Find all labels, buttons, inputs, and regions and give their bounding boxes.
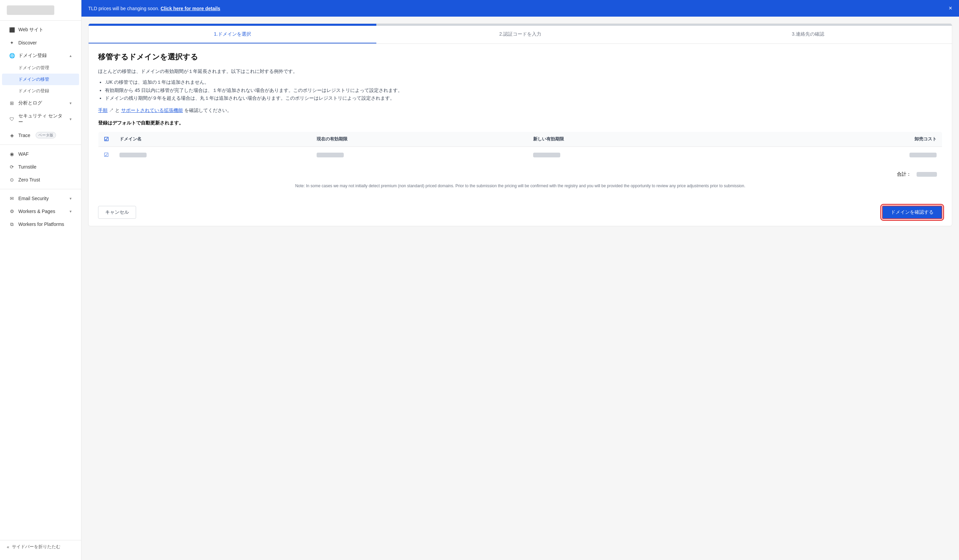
- current-expiry-value: [317, 153, 344, 158]
- links-text: 手順 ↗ と サポートされている拡張機能 を確認してください。: [98, 107, 942, 115]
- sidebar-divider-2: [0, 189, 81, 189]
- table-header-current-expiry: 現在の有効期限: [311, 132, 528, 146]
- info-text: ほとんどの移管は、ドメインの有効期間が１年延長されます。以下はこれに対する例外で…: [98, 67, 942, 76]
- sidebar-item-turnstile[interactable]: ⟳ Turnstile: [2, 161, 79, 173]
- sidebar-item-websites[interactable]: ⬛ Web サイト: [2, 24, 79, 36]
- shield-icon: 🛡: [9, 116, 15, 122]
- domain-value: [119, 153, 147, 158]
- collapse-icon: «: [7, 544, 9, 549]
- total-value: [917, 172, 937, 177]
- bar-chart-icon: ⊞: [9, 100, 15, 106]
- step-2: 2.認証コードを入力: [376, 26, 664, 43]
- card-body: 移管するドメインを選択する ほとんどの移管は、ドメインの有効期間が１年延長されま…: [89, 44, 952, 200]
- firewall-icon: ◉: [9, 151, 15, 157]
- chevron-down-icon: ▼: [69, 210, 72, 213]
- auto-renew-text: 登録はデフォルトで自動更新されます。: [98, 120, 942, 126]
- sidebar-item-label: Workers & Pages: [18, 208, 55, 214]
- sidebar-sub-item-label: ドメインの移管: [18, 76, 49, 83]
- page-title: 移管するドメインを選択する: [98, 52, 942, 62]
- sidebar-item-label: Web サイト: [18, 27, 43, 33]
- new-expiry-value: [533, 153, 560, 158]
- total-row: 合計：: [98, 169, 942, 183]
- sidebar: ⬛ Web サイト ✦ Discover 🌐 ドメイン登録 ▲ ドメインの管理 …: [0, 0, 81, 560]
- sidebar-sub-item-domain-management[interactable]: ドメインの管理: [2, 62, 79, 73]
- sidebar-item-workers-pages[interactable]: ⚙ Workers & Pages ▼: [2, 205, 79, 218]
- sidebar-item-label: ドメイン登録: [18, 52, 47, 59]
- sidebar-sub-item-label: ドメインの登録: [18, 88, 49, 94]
- domain-transfer-card: 1.ドメインを選択 2.認証コードを入力 3.連絡先の確認 移管するドメインを選…: [88, 24, 952, 226]
- sidebar-item-label: セキュリティ センター: [18, 113, 65, 125]
- sidebar-item-email-security[interactable]: ✉ Email Security ▼: [2, 192, 79, 205]
- monitor-icon: ⬛: [9, 27, 15, 33]
- main-content: TLD prices will be changing soon. Click …: [81, 0, 959, 560]
- cost-value: [910, 153, 937, 158]
- info-bullet-1: .UK の移管では、追加の１年は追加されません。: [105, 78, 942, 86]
- sidebar-item-label: 分析とログ: [18, 100, 42, 106]
- info-list: .UK の移管では、追加の１年は追加されません。 有効期限から 45 日以内に移…: [98, 78, 942, 102]
- sidebar-item-label: Discover: [18, 40, 37, 45]
- mail-icon: ✉: [9, 196, 15, 202]
- wizard-steps: 1.ドメインを選択 2.認証コードを入力 3.連絡先の確認: [89, 26, 952, 44]
- sidebar-sub-item-domain-register[interactable]: ドメインの登録: [2, 85, 79, 97]
- layers-icon: ⧉: [9, 221, 15, 227]
- info-bullet-2: 有効期限から 45 日以内に移管が完了した場合は、１年が追加されない場合がありま…: [105, 86, 942, 95]
- step-3: 3.連絡先の確認: [664, 26, 952, 43]
- sidebar-item-label: Turnstile: [18, 164, 36, 170]
- tld-price-banner: TLD prices will be changing soon. Click …: [81, 0, 959, 17]
- row-domain: [114, 146, 311, 163]
- sidebar-item-security-center[interactable]: 🛡 セキュリティ センター ▼: [2, 110, 79, 129]
- chevron-down-icon: ▼: [69, 102, 72, 105]
- sidebar-item-workers-platforms[interactable]: ⧉ Workers for Platforms: [2, 218, 79, 231]
- extensions-link[interactable]: サポートされている拡張機能: [121, 108, 183, 113]
- sidebar-item-label: Workers for Platforms: [18, 221, 64, 227]
- sidebar-sub-item-domain-transfer[interactable]: ドメインの移管: [2, 73, 79, 85]
- compass-icon: ✦: [9, 40, 15, 46]
- row-checkbox[interactable]: ☑: [99, 146, 115, 163]
- card-footer: キャンセル ドメインを確認する: [89, 200, 952, 219]
- sidebar-item-zero-trust[interactable]: ⊙ Zero Trust: [2, 173, 79, 186]
- step-1: 1.ドメインを選択: [89, 26, 376, 43]
- cancel-button[interactable]: キャンセル: [98, 206, 136, 219]
- sidebar-item-discover[interactable]: ✦ Discover: [2, 36, 79, 49]
- activity-icon: ◈: [9, 132, 15, 138]
- total-label: 合計：: [897, 171, 911, 177]
- row-check-icon[interactable]: ☑: [104, 152, 108, 158]
- confirm-domain-button[interactable]: ドメインを確認する: [882, 205, 942, 219]
- table-header-domain: ドメイン名: [114, 132, 311, 146]
- banner-close-button[interactable]: ×: [948, 5, 952, 12]
- banner-link[interactable]: Click here for more details: [161, 6, 220, 11]
- chevron-up-icon: ▲: [69, 54, 72, 58]
- row-cost: [744, 146, 942, 163]
- row-new-expiry: [528, 146, 744, 163]
- note-text: Note: In some cases we may not initially…: [98, 183, 942, 189]
- domain-table: ☑ ドメイン名 現在の有効期限 新しい有効期限 卸売コスト ☑: [98, 132, 942, 163]
- code-icon: ⚙: [9, 208, 15, 214]
- turnstile-icon: ⟳: [9, 164, 15, 170]
- table-header-checkbox: ☑: [99, 132, 115, 146]
- sidebar-item-domain-registration[interactable]: 🌐 ドメイン登録 ▲: [2, 49, 79, 62]
- logo-placeholder: [7, 5, 54, 15]
- steps-link[interactable]: 手順: [98, 108, 108, 113]
- lock-icon: ⊙: [9, 177, 15, 183]
- sidebar-collapse-button[interactable]: « サイドバーを折りたたむ: [0, 540, 81, 553]
- sidebar-item-waf[interactable]: ◉ WAF: [2, 148, 79, 161]
- checkbox-header[interactable]: ☑: [104, 136, 108, 142]
- collapse-label: サイドバーを折りたたむ: [12, 544, 61, 550]
- table-row: ☑: [99, 146, 942, 163]
- table-header-new-expiry: 新しい有効期限: [528, 132, 744, 146]
- chevron-down-icon: ▼: [69, 117, 72, 121]
- sidebar-logo: [0, 0, 81, 21]
- sidebar-item-analytics[interactable]: ⊞ 分析とログ ▼: [2, 97, 79, 110]
- globe-icon: 🌐: [9, 52, 15, 59]
- chevron-down-icon: ▼: [69, 197, 72, 200]
- sidebar-item-trace[interactable]: ◈ Trace ベータ版: [2, 129, 79, 142]
- sidebar-sub-item-label: ドメインの管理: [18, 65, 49, 71]
- page-content: 1.ドメインを選択 2.認証コードを入力 3.連絡先の確認 移管するドメインを選…: [81, 17, 959, 560]
- sidebar-item-label: Zero Trust: [18, 177, 40, 183]
- sidebar-item-label: Trace: [18, 133, 30, 138]
- trace-badge: ベータ版: [36, 132, 56, 138]
- sidebar-item-label: Email Security: [18, 196, 49, 201]
- external-icon: ↗: [109, 108, 114, 113]
- table-header-cost: 卸売コスト: [744, 132, 942, 146]
- info-bullet-3: ドメインの残り期間が９年を超える場合は、丸１年は追加されない場合があります。この…: [105, 94, 942, 102]
